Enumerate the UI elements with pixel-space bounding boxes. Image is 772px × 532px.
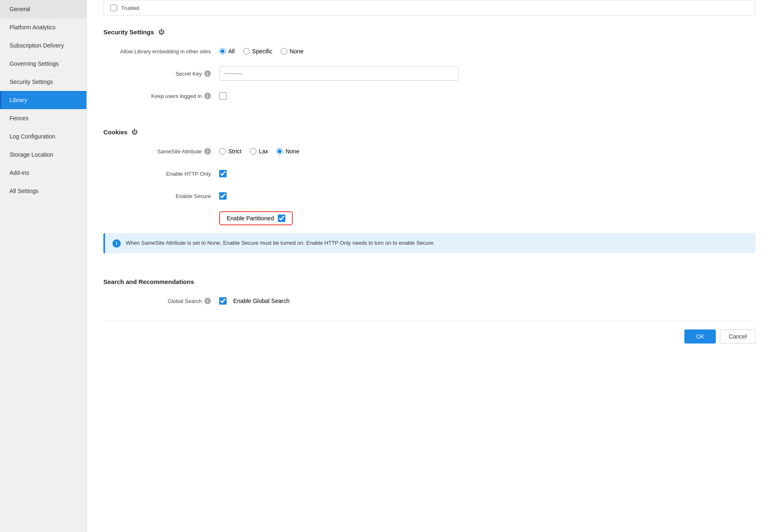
secret-key-row: Secret Key i	[103, 66, 755, 81]
main-content: Trusted Security Settings ⏻ Allow Librar…	[87, 0, 772, 532]
enable-global-search-label: Enable Global Search	[233, 298, 289, 304]
power-icon[interactable]: ⏻	[158, 28, 165, 36]
cancel-button[interactable]: Cancel	[720, 329, 755, 344]
radio-lax[interactable]: Lax	[250, 148, 268, 155]
allow-library-control: All Specific None	[219, 48, 304, 55]
secret-key-control	[219, 67, 459, 81]
keep-logged-label: Keep users logged in i	[103, 93, 219, 99]
http-only-checkbox[interactable]	[219, 170, 227, 177]
enable-partitioned-control: Enable Partitioned	[219, 211, 293, 225]
samesite-info-icon[interactable]: i	[204, 148, 211, 155]
keep-logged-row: Keep users logged in i	[103, 88, 755, 103]
keep-logged-checkbox[interactable]	[219, 92, 227, 100]
cookies-section: Cookies ⏻ SameSite Attribute i Strict La…	[103, 116, 755, 253]
cookies-power-icon[interactable]: ⏻	[131, 128, 138, 136]
search-section: Search and Recommendations Global Search…	[103, 266, 755, 308]
security-settings-section: Security Settings ⏻ Allow Library embedd…	[103, 16, 755, 103]
sidebar-item-library[interactable]: Library	[0, 91, 86, 109]
allow-library-label: Allow Library embedding in other sites	[103, 48, 219, 55]
sidebar-item-subscription-delivery[interactable]: Subscription Delivery	[0, 36, 86, 55]
enable-secure-checkbox[interactable]	[219, 192, 227, 200]
sidebar: GeneralPlatform AnalyticsSubscription De…	[0, 0, 87, 532]
samesite-label: SameSite Attribute i	[103, 148, 219, 155]
sidebar-item-all-settings[interactable]: All Settings	[0, 182, 86, 200]
security-settings-title: Security Settings ⏻	[103, 28, 755, 36]
global-search-control: Enable Global Search	[219, 297, 289, 305]
global-search-checkbox[interactable]	[219, 297, 227, 305]
trusted-row: Trusted	[103, 0, 755, 16]
info-banner: i When SameSite Attribute is set to None…	[103, 233, 755, 253]
keep-logged-info-icon[interactable]: i	[204, 93, 211, 99]
allow-library-row: Allow Library embedding in other sites A…	[103, 44, 755, 59]
ok-button[interactable]: OK	[684, 329, 716, 344]
trusted-label: Trusted	[121, 5, 139, 11]
enable-secure-control	[219, 192, 227, 200]
sidebar-item-fences[interactable]: Fences	[0, 109, 86, 127]
info-banner-text: When SameSite Attribute is set to None, …	[126, 239, 435, 247]
enable-partitioned-highlight: Enable Partitioned	[219, 211, 293, 225]
sidebar-item-platform-analytics[interactable]: Platform Analytics	[0, 18, 86, 36]
enable-partitioned-label: Enable Partitioned	[227, 215, 274, 222]
sidebar-item-governing-settings[interactable]: Governing Settings	[0, 55, 86, 73]
trusted-checkbox[interactable]	[110, 5, 117, 11]
samesite-radio-group: Strict Lax None	[219, 148, 299, 155]
enable-secure-row: Enable Secure	[103, 188, 755, 203]
keep-logged-control	[219, 92, 227, 100]
radio-strict[interactable]: Strict	[219, 148, 241, 155]
cookies-title: Cookies ⏻	[103, 128, 755, 136]
enable-partitioned-checkbox[interactable]	[278, 215, 285, 222]
global-search-row: Global Search i Enable Global Search	[103, 293, 755, 308]
footer-buttons: OK Cancel	[103, 321, 755, 344]
samesite-control: Strict Lax None	[219, 148, 299, 155]
info-banner-icon: i	[112, 239, 121, 248]
secret-key-input[interactable]	[219, 67, 459, 81]
http-only-label: Enable HTTP Only	[103, 171, 219, 177]
enable-partitioned-row: Enable Partitioned	[103, 211, 755, 226]
sidebar-item-log-configuration[interactable]: Log Configuration	[0, 127, 86, 146]
radio-specific[interactable]: Specific	[243, 48, 272, 55]
radio-all[interactable]: All	[219, 48, 235, 55]
radio-samesite-none[interactable]: None	[276, 148, 299, 155]
http-only-control	[219, 170, 227, 177]
embedding-radio-group: All Specific None	[219, 48, 304, 55]
sidebar-item-add-ins[interactable]: Add-ins	[0, 164, 86, 182]
radio-none[interactable]: None	[281, 48, 304, 55]
enable-secure-label: Enable Secure	[103, 193, 219, 199]
samesite-row: SameSite Attribute i Strict Lax None	[103, 144, 755, 159]
sidebar-item-general[interactable]: General	[0, 0, 86, 18]
search-section-title: Search and Recommendations	[103, 278, 755, 285]
secret-key-info-icon[interactable]: i	[204, 70, 211, 77]
global-search-label: Global Search i	[103, 298, 219, 304]
http-only-row: Enable HTTP Only	[103, 166, 755, 181]
global-search-info-icon[interactable]: i	[204, 298, 211, 304]
secret-key-label: Secret Key i	[103, 70, 219, 77]
sidebar-item-storage-location[interactable]: Storage Location	[0, 146, 86, 164]
sidebar-item-security-settings[interactable]: Security Settings	[0, 73, 86, 91]
